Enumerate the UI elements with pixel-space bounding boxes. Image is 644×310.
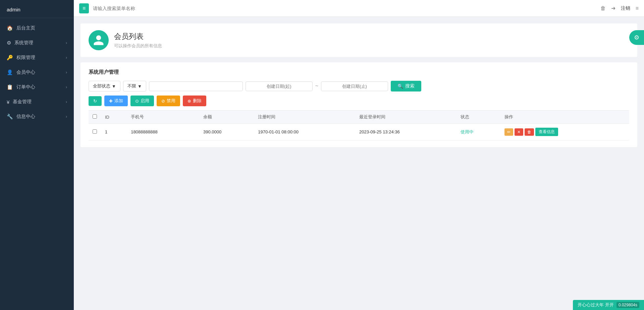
section-title: 系统用户管理 xyxy=(89,69,629,75)
sidebar: admin 🏠 后台主页 ⚙ 系统管理 › 🔑 权限管理 › 👤 会 xyxy=(0,0,74,310)
enable-button[interactable]: ⊙ 启用 xyxy=(130,96,154,106)
chevron-right-icon: › xyxy=(66,55,67,60)
limit-filter[interactable]: 不限 ▼ xyxy=(123,81,146,91)
row-delete-button[interactable]: 🗑 xyxy=(525,128,534,136)
main-content: ≡ 🗑 ➜ 注销 ≡ 会员列表 可以操作会员的所有信息 系统用户管理 xyxy=(74,0,644,310)
row-phone: 18088888888 xyxy=(127,124,199,140)
filter-row: 全部状态 ▼ 不限 ▼ ~ 🔍 搜索 xyxy=(89,81,629,91)
info-icon: 🔧 xyxy=(7,114,13,120)
key-icon: 🔑 xyxy=(7,55,13,61)
refresh-icon: ↻ xyxy=(93,99,97,104)
order-icon: 📋 xyxy=(7,84,13,90)
sidebar-menu: 🏠 后台主页 ⚙ 系统管理 › 🔑 权限管理 › 👤 会员中心 › xyxy=(0,21,74,124)
settings-icon: ⚙ xyxy=(7,40,11,46)
gear-icon: ⚙ xyxy=(634,34,639,41)
menu-icon[interactable]: ≡ xyxy=(636,5,639,11)
sidebar-item-label: 信息中心 xyxy=(16,114,35,120)
chevron-right-icon: › xyxy=(66,85,67,89)
topbar-right: 🗑 ➜ 注销 ≡ xyxy=(600,5,639,11)
page-title: 会员列表 xyxy=(114,32,162,42)
gear-button[interactable]: ⚙ xyxy=(629,30,644,45)
plus-icon: ✚ xyxy=(109,99,113,104)
select-all-checkbox[interactable] xyxy=(93,114,97,119)
col-id: ID xyxy=(101,111,127,124)
action-row: ↻ ✚ 添加 ⊙ 启用 ⊘ 禁用 ⊗ 删除 xyxy=(89,96,629,106)
user-icon: 👤 xyxy=(7,69,13,75)
row-checkbox[interactable] xyxy=(93,129,97,134)
page-body: 会员列表 可以操作会员的所有信息 系统用户管理 全部状态 ▼ 不限 ▼ ~ xyxy=(74,17,644,310)
sidebar-item-order[interactable]: 📋 订单中心 › xyxy=(0,80,74,95)
row-id: 1 xyxy=(101,124,127,140)
sidebar-item-label: 会员中心 xyxy=(16,69,35,75)
ban-icon: ⊘ xyxy=(161,99,165,104)
date-end-input[interactable] xyxy=(321,81,388,91)
view-info-button[interactable]: 查看信息 xyxy=(535,128,558,136)
row-last-login: 2023-09-25 13:24:36 xyxy=(355,124,457,140)
keyword-input[interactable] xyxy=(149,81,243,91)
col-ops: 操作 xyxy=(500,111,629,124)
edit-button[interactable]: ✏ xyxy=(504,128,513,136)
chevron-right-icon: › xyxy=(66,41,67,45)
topbar: ≡ 🗑 ➜ 注销 ≡ xyxy=(74,0,644,17)
delete-icon: ⊗ xyxy=(187,99,191,104)
footer-label: 开心心过大年 开开 xyxy=(578,302,614,308)
sidebar-item-label: 系统管理 xyxy=(14,40,33,46)
data-table: ID 手机号 余额 注册时间 最近登录时间 状态 操作 1 1808888888… xyxy=(89,110,629,140)
page-subtitle: 可以操作会员的所有信息 xyxy=(114,43,162,49)
member-avatar-icon xyxy=(93,34,105,46)
sidebar-item-system[interactable]: ⚙ 系统管理 › xyxy=(0,36,74,50)
menu-toggle-button[interactable]: ≡ xyxy=(79,3,89,13)
col-phone: 手机号 xyxy=(127,111,199,124)
sidebar-item-fund[interactable]: ¥ 基金管理 › xyxy=(0,95,74,109)
date-start-input[interactable] xyxy=(246,81,313,91)
footer-badge: 开心心过大年 开开 0.029804s xyxy=(573,300,644,310)
table-row: 1 18088888888 390.0000 1970-01-01 08:00:… xyxy=(89,124,629,140)
content-card: 系统用户管理 全部状态 ▼ 不限 ▼ ~ 🔍 搜索 xyxy=(80,62,637,147)
chevron-down-icon: ▼ xyxy=(138,84,142,89)
sidebar-item-member[interactable]: 👤 会员中心 › xyxy=(0,65,74,80)
sidebar-item-label: 权限管理 xyxy=(16,55,35,61)
sidebar-item-permission[interactable]: 🔑 权限管理 › xyxy=(0,50,74,65)
row-reg-time: 1970-01-01 08:00:00 xyxy=(254,124,355,140)
sidebar-item-label: 基金管理 xyxy=(13,99,32,105)
disable-button[interactable]: ⊘ 禁用 xyxy=(157,96,180,106)
row-status: 使用中 xyxy=(457,124,500,140)
footer-timing: 0.029804s xyxy=(616,302,639,308)
date-separator: ~ xyxy=(315,83,318,89)
search-icon: 🔍 xyxy=(397,83,403,89)
table-header-row: ID 手机号 余额 注册时间 最近登录时间 状态 操作 xyxy=(89,111,629,124)
col-balance: 余额 xyxy=(199,111,254,124)
chevron-down-icon: ▼ xyxy=(112,84,116,89)
logout-button[interactable]: 注销 xyxy=(621,5,630,11)
sidebar-item-label: 订单中心 xyxy=(16,84,35,90)
export-icon[interactable]: ➜ xyxy=(611,5,615,11)
status-filter[interactable]: 全部状态 ▼ xyxy=(89,81,120,91)
sidebar-item-label: 后台主页 xyxy=(16,25,35,31)
row-ops: ✏ ✕ 🗑 查看信息 xyxy=(500,124,629,140)
col-last-login: 最近登录时间 xyxy=(355,111,457,124)
row-balance: 390.0000 xyxy=(199,124,254,140)
chevron-right-icon: › xyxy=(66,70,67,75)
delete-icon[interactable]: 🗑 xyxy=(600,5,606,11)
home-icon: 🏠 xyxy=(7,25,13,31)
search-button[interactable]: 🔍 搜索 xyxy=(391,81,421,91)
col-reg-time: 注册时间 xyxy=(254,111,355,124)
page-header-card: 会员列表 可以操作会员的所有信息 xyxy=(80,23,637,57)
refresh-button[interactable]: ↻ xyxy=(89,96,102,106)
add-button[interactable]: ✚ 添加 xyxy=(104,96,128,106)
sidebar-admin-label: admin xyxy=(0,0,74,18)
fund-icon: ¥ xyxy=(7,99,9,105)
page-header-text: 会员列表 可以操作会员的所有信息 xyxy=(114,32,162,49)
ban-button[interactable]: ✕ xyxy=(515,128,523,136)
chevron-right-icon: › xyxy=(66,114,67,119)
chevron-right-icon: › xyxy=(66,100,67,104)
row-checkbox-cell xyxy=(89,124,101,140)
col-checkbox xyxy=(89,111,101,124)
delete-button[interactable]: ⊗ 删除 xyxy=(183,96,206,106)
page-header-avatar xyxy=(89,30,109,50)
col-status: 状态 xyxy=(457,111,500,124)
sidebar-item-dashboard[interactable]: 🏠 后台主页 xyxy=(0,21,74,36)
search-input[interactable] xyxy=(93,6,596,11)
check-icon: ⊙ xyxy=(135,99,139,104)
sidebar-item-info[interactable]: 🔧 信息中心 › xyxy=(0,109,74,124)
